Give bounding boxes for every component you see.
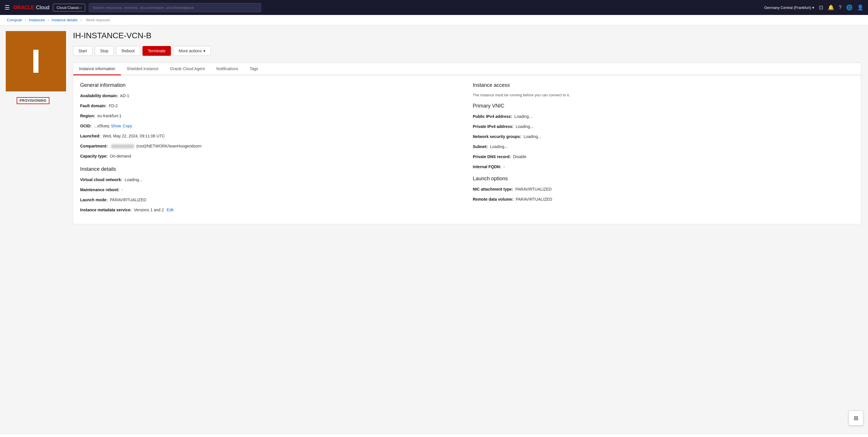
launch-mode-label: Launch mode: <box>80 198 108 202</box>
more-actions-button[interactable]: More actions ▾ <box>173 46 211 56</box>
internal-fqdn-value: - <box>503 165 505 169</box>
hamburger-icon[interactable]: ☰ <box>5 4 10 11</box>
general-information-title: General information <box>80 82 461 88</box>
launched-value: Wed, May 22, 2024, 09:11:06 UTC <box>103 134 165 138</box>
nav-right-area: Germany Central (Frankfurt) ▾ ⊡ 🔔 ? 🌐 👤 <box>764 4 863 11</box>
ocid-copy-link[interactable]: Copy <box>123 123 132 129</box>
vcn-row: Virtual cloud network: Loading... <box>80 177 461 183</box>
stop-button[interactable]: Stop <box>95 46 114 56</box>
instance-details-title: Instance details <box>80 166 461 172</box>
subnet-value: Loading... <box>490 144 508 149</box>
cloud-text: Cloud <box>36 5 50 11</box>
instance-metadata-label: Instance metadata service: <box>80 208 131 212</box>
instance-metadata-edit-link[interactable]: Edit <box>166 208 174 212</box>
fault-domain-value: FD-2 <box>109 104 118 108</box>
public-ipv4-value: Loading... <box>515 114 532 119</box>
oracle-logo: ORACLE Cloud <box>13 5 50 11</box>
remote-data-volume-value: PARAVIRTUALIZED <box>516 197 552 202</box>
internal-fqdn-row: Internal FQDN: - <box>473 164 854 170</box>
breadcrumb-separator-2: › <box>48 18 49 22</box>
tabs-container: Instance information Shielded instance O… <box>73 63 861 75</box>
availability-domain-label: Availability domain: <box>80 93 118 98</box>
internal-fqdn-label: Internal FQDN: <box>473 165 501 169</box>
help-widget-icon: ⊞ <box>854 414 859 421</box>
fault-domain-row: Fault domain: FD-2 <box>80 103 461 109</box>
instance-icon <box>33 50 38 73</box>
breadcrumb-work-requests: Work requests <box>86 18 110 22</box>
user-icon[interactable]: 👤 <box>857 4 863 11</box>
capacity-type-row: Capacity type: On-demand <box>80 153 461 159</box>
page-title: IH-INSTANCE-VCN-B <box>73 31 861 40</box>
breadcrumb-instance-details[interactable]: Instance details <box>52 18 78 22</box>
main-content: IH-INSTANCE-VCN-B Start Stop Reboot Term… <box>66 25 868 434</box>
footer: Terms of Use and Privacy Cookie Preferen… <box>0 434 868 437</box>
nic-attachment-type-row: NIC attachment type: PARAVIRTUALIZED <box>473 186 854 192</box>
region-value: eu-frankfurt-1 <box>97 114 122 118</box>
ocid-show-link[interactable]: Show <box>111 123 121 129</box>
help-widget[interactable]: ⊞ <box>848 411 863 426</box>
tab-notifications[interactable]: Notifications <box>211 63 244 75</box>
vcn-value: Loading... <box>125 177 143 182</box>
tab-instance-information[interactable]: Instance information <box>73 63 121 75</box>
right-info-column: Instance access The instance must be run… <box>473 82 854 217</box>
subnet-label: Subnet: <box>473 144 488 149</box>
console-icon[interactable]: ⊡ <box>819 4 823 11</box>
availability-domain-value: AD-1 <box>120 93 129 98</box>
launched-row: Launched: Wed, May 22, 2024, 09:11:06 UT… <box>80 133 461 139</box>
primary-vnic-title: Primary VNIC <box>473 103 854 109</box>
launched-label: Launched: <box>80 134 100 138</box>
help-icon[interactable]: ? <box>839 5 842 11</box>
breadcrumb-compute[interactable]: Compute <box>7 18 22 22</box>
maintenance-reboot-value: - <box>122 187 123 192</box>
private-ipv4-row: Private IPv4 address: Loading... <box>473 124 854 130</box>
public-ipv4-label: Public IPv4 address: <box>473 114 512 119</box>
left-info-column: General information Availability domain:… <box>80 82 461 217</box>
compartment-label: Compartment: <box>80 143 108 149</box>
ocid-row: OCID: ...x5fueq Show Copy <box>80 123 461 129</box>
public-ipv4-row: Public IPv4 address: Loading... <box>473 114 854 120</box>
region-label: Region: <box>80 114 95 118</box>
compartment-row: Compartment: (root)/NETWORK/IwanHoogendo… <box>80 143 461 149</box>
launch-options-section: Launch options NIC attachment type: PARA… <box>473 176 854 202</box>
search-input[interactable] <box>89 3 261 12</box>
instance-metadata-value: Versions 1 and 2 <box>134 208 164 212</box>
general-information-section: General information Availability domain:… <box>80 82 461 159</box>
oracle-text: ORACLE <box>13 5 34 11</box>
breadcrumb-instances[interactable]: Instances <box>29 18 45 22</box>
more-actions-chevron-icon: ▾ <box>204 49 205 53</box>
globe-icon[interactable]: 🌐 <box>846 4 852 11</box>
terminate-button[interactable]: Terminate <box>143 46 171 56</box>
compartment-blur <box>111 144 134 148</box>
maintenance-reboot-label: Maintenance reboot: <box>80 187 120 192</box>
tab-content: General information Availability domain:… <box>73 75 861 224</box>
launch-mode-row: Launch mode: PARAVIRTUALIZED <box>80 197 461 203</box>
start-button[interactable]: Start <box>73 46 92 56</box>
instance-details-section: Instance details Virtual cloud network: … <box>80 166 461 213</box>
private-ipv4-value: Loading... <box>516 124 534 129</box>
region-row: Region: eu-frankfurt-1 <box>80 113 461 119</box>
cloud-classic-button[interactable]: Cloud Classic › <box>53 4 85 11</box>
instance-access-title: Instance access <box>473 82 854 88</box>
remote-data-volume-label: Remote data volume: <box>473 197 514 202</box>
capacity-type-label: Capacity type: <box>80 154 108 158</box>
availability-domain-row: Availability domain: AD-1 <box>80 93 461 99</box>
region-selector[interactable]: Germany Central (Frankfurt) ▾ <box>764 5 814 10</box>
instance-metadata-row: Instance metadata service: Versions 1 an… <box>80 207 461 213</box>
subnet-row: Subnet: Loading... <box>473 144 854 150</box>
nic-attachment-type-value: PARAVIRTUALIZED <box>515 187 552 192</box>
ocid-value: ...x5fueq <box>94 123 110 129</box>
bell-icon[interactable]: 🔔 <box>828 4 834 11</box>
tab-tags[interactable]: Tags <box>244 63 264 75</box>
vcn-label: Virtual cloud network: <box>80 177 122 182</box>
launch-options-title: Launch options <box>473 176 854 182</box>
tab-oracle-cloud-agent[interactable]: Oracle Cloud Agent <box>164 63 211 75</box>
more-actions-label: More actions <box>179 49 202 53</box>
breadcrumb-separator-1: › <box>25 18 26 22</box>
breadcrumb: Compute › Instances › Instance details ›… <box>0 15 868 25</box>
reboot-button[interactable]: Reboot <box>116 46 140 56</box>
instance-icon-box <box>6 31 66 91</box>
network-security-groups-row: Network security groups: Loading... <box>473 134 854 140</box>
network-security-groups-label: Network security groups: <box>473 134 521 139</box>
primary-vnic-section: Primary VNIC Public IPv4 address: Loadin… <box>473 103 854 170</box>
tab-shielded-instance[interactable]: Shielded instance <box>121 63 164 75</box>
